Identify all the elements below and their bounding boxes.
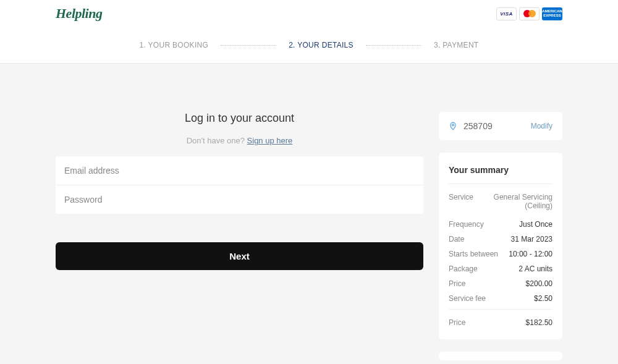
no-account-text: Don't have one? [187,136,247,145]
summary-row-frequency: Frequency Just Once [449,220,552,229]
summary-label: Date [449,235,464,243]
signup-link[interactable]: Sign up here [247,136,293,145]
step-divider [221,45,276,46]
postcode-card: 258709 Modify [439,112,562,140]
summary-value: $2.50 [534,294,552,303]
svg-point-0 [452,124,454,126]
next-button[interactable]: Next [56,242,423,270]
login-form [56,156,423,214]
header: Helpling VISA AMERICAN EXPRESS 1. YOUR B… [0,0,618,64]
summary-label: Price [449,279,465,288]
password-field[interactable] [56,185,423,214]
summary-label: Starts between [449,250,498,258]
summary-value: $200.00 [526,279,552,288]
summary-label: Service [449,193,473,210]
summary-value: 2 AC units [519,265,552,273]
step-payment: 3. PAYMENT [434,41,479,49]
step-divider [366,45,421,46]
summary-card: Your summary Service General Servicing (… [439,153,562,339]
summary-label: Price [449,318,465,327]
summary-row-fee: Service fee $2.50 [449,294,552,303]
card-peek [439,352,562,360]
payment-methods: VISA AMERICAN EXPRESS [496,7,562,20]
step-details: 2. YOUR DETAILS [289,41,353,49]
summary-value: Just Once [519,220,552,229]
summary-label: Package [449,265,478,273]
login-subtitle: Don't have one? Sign up here [56,136,423,145]
summary-title: Your summary [449,165,552,184]
logo[interactable]: Helpling [56,6,102,22]
summary-row-total: Price $182.50 [449,318,552,327]
mastercard-icon [519,7,540,20]
progress-steps: 1. YOUR BOOKING 2. YOUR DETAILS 3. PAYME… [0,27,618,63]
modify-link[interactable]: Modify [531,122,552,130]
summary-value: 31 Mar 2023 [511,235,552,243]
step-booking: 1. YOUR BOOKING [140,41,209,49]
summary-value: 10:00 - 12:00 [509,250,552,258]
summary-row-starts: Starts between 10:00 - 12:00 [449,250,552,258]
summary-row-service: Service General Servicing (Ceiling) [449,193,552,210]
summary-row-price: Price $200.00 [449,279,552,288]
summary-label: Service fee [449,294,486,303]
summary-row-package: Package 2 AC units [449,265,552,273]
summary-divider [449,309,552,310]
login-title: Log in to your account [56,112,423,125]
visa-icon: VISA [496,7,517,20]
summary-row-date: Date 31 Mar 2023 [449,235,552,243]
summary-value: General Servicing (Ceiling) [478,193,552,210]
postcode-value: 258709 [464,121,493,131]
location-pin-icon [449,121,457,132]
summary-value: $182.50 [526,318,552,327]
email-field[interactable] [56,156,423,185]
amex-icon: AMERICAN EXPRESS [542,7,562,20]
summary-label: Frequency [449,220,484,229]
